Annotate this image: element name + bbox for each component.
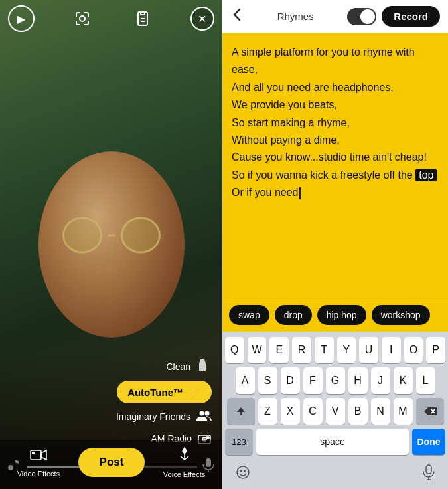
camera-icon[interactable]	[69, 5, 96, 32]
key-i[interactable]: I	[382, 337, 401, 363]
post-button[interactable]: Post	[78, 448, 145, 477]
delete-key[interactable]	[416, 398, 444, 425]
lyrics-line-6: Cause you know...studio time ain't cheap…	[232, 151, 427, 163]
toggle-knob	[360, 9, 375, 24]
key-a[interactable]: A	[236, 367, 255, 394]
key-t[interactable]: T	[315, 337, 334, 363]
svg-point-7	[200, 411, 204, 416]
record-button[interactable]: Record	[382, 6, 440, 27]
close-icon: ✕	[198, 13, 206, 25]
keyboard-row-1: Q W E R T Y U I O P	[225, 337, 445, 363]
lyrics-area[interactable]: A simple platform for you to rhyme with …	[222, 33, 448, 298]
key-y[interactable]: Y	[337, 337, 356, 363]
shift-key[interactable]	[227, 398, 255, 425]
key-v[interactable]: V	[326, 398, 345, 425]
suggestions-row: swap drop hip hop workshop	[222, 298, 448, 332]
svg-point-16	[32, 452, 34, 454]
close-button[interactable]: ✕	[190, 7, 214, 31]
clean-icon	[196, 358, 209, 375]
right-header: Rhymes Record	[222, 0, 448, 33]
keyboard-bottom-row: 123 space Done	[225, 429, 445, 455]
lyrics-line-1: A simple platform for you to rhyme with …	[232, 47, 415, 75]
clean-effect-row: Clean	[11, 358, 212, 375]
right-lens	[121, 217, 161, 254]
lyrics-line-4: So start making a rhyme,	[232, 117, 350, 128]
key-x[interactable]: X	[281, 398, 300, 425]
key-d[interactable]: D	[281, 367, 300, 394]
record-label: Record	[394, 11, 428, 22]
lyrics-line-7-pre: So if you wanna kick a freestyle off the	[232, 169, 415, 181]
video-effects-item[interactable]: Video Effects	[17, 447, 60, 478]
clean-label: Clean	[166, 361, 190, 372]
key-123[interactable]: 123	[225, 429, 253, 455]
voice-effects-item[interactable]: Voice Effects	[163, 446, 205, 478]
key-z[interactable]: Z	[258, 398, 277, 425]
space-key[interactable]: space	[256, 429, 409, 455]
voice-effects-icon	[177, 446, 192, 468]
lyrics-panel: Rhymes Record A simple platform for you …	[222, 0, 448, 489]
lightning-icon: ⚡	[188, 386, 201, 398]
keyboard-row-2: A S D F G H J K L	[225, 367, 445, 394]
keyboard-row-3: Z X C V B N M	[225, 398, 445, 425]
play-button[interactable]: ▶	[8, 5, 35, 32]
key-c[interactable]: C	[303, 398, 323, 425]
svg-point-20	[237, 466, 249, 478]
video-effects-label: Video Effects	[17, 470, 60, 478]
system-bar	[222, 460, 448, 489]
post-label: Post	[100, 456, 124, 468]
emoji-icon[interactable]	[236, 465, 250, 483]
key-m[interactable]: M	[394, 398, 413, 425]
effects-overlay: Clean AutoTune™ ⚡ Imaginary Friend	[0, 351, 222, 489]
text-cursor	[299, 187, 301, 199]
lyrics-text: A simple platform for you to rhyme with …	[232, 44, 439, 202]
key-w[interactable]: W	[248, 337, 267, 363]
video-effects-icon	[30, 447, 47, 467]
lyrics-line-2: And all you need are headphones,	[232, 82, 394, 93]
back-button[interactable]	[230, 5, 244, 27]
suggestion-swap[interactable]: swap	[229, 305, 269, 325]
rhymes-toggle[interactable]	[347, 8, 376, 25]
key-b[interactable]: B	[348, 398, 368, 425]
done-key[interactable]: Done	[412, 429, 445, 455]
key-u[interactable]: U	[359, 337, 378, 363]
svg-point-22	[244, 470, 246, 472]
svg-rect-12	[206, 437, 209, 439]
autotune-label: AutoTune™	[127, 387, 183, 398]
key-g[interactable]: G	[326, 367, 345, 394]
key-s[interactable]: S	[258, 367, 277, 394]
svg-point-21	[240, 470, 242, 472]
done-label: Done	[417, 437, 441, 447]
glasses-overlay	[58, 221, 165, 250]
camera-panel: ▶ ✕ Clean	[0, 0, 222, 489]
keyboard-mic-icon[interactable]	[423, 464, 435, 484]
svg-rect-1	[141, 12, 145, 15]
left-lens	[62, 217, 102, 254]
autotune-effect-row[interactable]: AutoTune™ ⚡	[11, 381, 212, 403]
key-j[interactable]: J	[371, 367, 390, 394]
clipboard-icon[interactable]	[129, 5, 156, 32]
face-circle	[38, 151, 185, 338]
autotune-button[interactable]: AutoTune™ ⚡	[117, 381, 212, 403]
key-p[interactable]: P	[426, 337, 445, 363]
key-e[interactable]: E	[269, 337, 289, 363]
key-h[interactable]: H	[348, 367, 368, 394]
lyrics-line-8: Or if you need	[232, 187, 299, 198]
svg-point-0	[80, 16, 85, 21]
glass-bridge	[108, 235, 115, 237]
key-k[interactable]: K	[394, 367, 413, 394]
voice-effects-label: Voice Effects	[163, 470, 205, 478]
suggestion-workshop[interactable]: workshop	[372, 305, 430, 325]
key-n[interactable]: N	[371, 398, 390, 425]
key-r[interactable]: R	[292, 337, 311, 363]
lyrics-highlight: top	[415, 169, 437, 181]
suggestion-drop[interactable]: drop	[275, 305, 312, 325]
space-label: space	[320, 437, 344, 447]
key-f[interactable]: F	[303, 367, 323, 394]
key-o[interactable]: O	[404, 337, 423, 363]
svg-point-8	[205, 411, 210, 416]
suggestion-hiphop[interactable]: hip hop	[317, 305, 366, 325]
key-q[interactable]: Q	[225, 337, 244, 363]
rhymes-label: Rhymes	[249, 11, 342, 22]
key-l[interactable]: L	[416, 367, 435, 394]
imaginary-friends-row[interactable]: Imaginary Friends	[11, 409, 212, 425]
